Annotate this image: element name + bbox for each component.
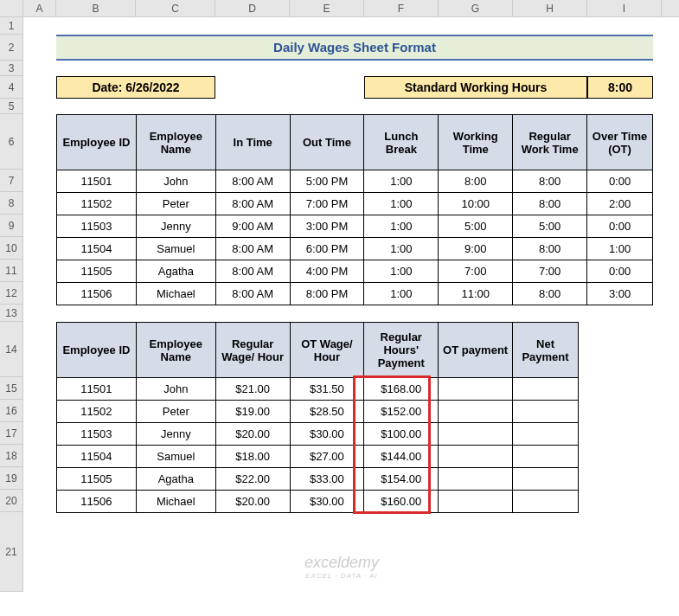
- row-header-11[interactable]: 11: [0, 260, 23, 282]
- col-header-D[interactable]: D: [215, 0, 290, 16]
- cell[interactable]: Michael: [136, 491, 215, 513]
- cell[interactable]: 11504: [57, 446, 137, 468]
- row-header-1[interactable]: 1: [0, 17, 23, 35]
- cell[interactable]: Samuel: [136, 238, 215, 260]
- cell[interactable]: [439, 491, 513, 513]
- col-header-A[interactable]: A: [23, 0, 56, 16]
- col-header-E[interactable]: E: [290, 0, 364, 16]
- cell[interactable]: 11505: [57, 260, 137, 283]
- cell[interactable]: 8:00: [439, 170, 513, 193]
- cell[interactable]: 10:00: [439, 193, 513, 215]
- row-header-18[interactable]: 18: [0, 445, 23, 467]
- cell[interactable]: $100.00: [364, 423, 439, 446]
- cell[interactable]: 11504: [57, 238, 137, 260]
- cell[interactable]: $154.00: [364, 468, 439, 491]
- row-header-12[interactable]: 12: [0, 282, 23, 305]
- cell[interactable]: [513, 446, 579, 468]
- cell[interactable]: $20.00: [215, 423, 290, 446]
- row-header-16[interactable]: 16: [0, 400, 23, 422]
- cell[interactable]: 7:00: [439, 260, 513, 283]
- row-header-5[interactable]: 5: [0, 99, 23, 114]
- cell[interactable]: $168.00: [364, 378, 439, 401]
- cell[interactable]: [513, 401, 579, 423]
- cell[interactable]: 5:00: [513, 215, 587, 238]
- cell[interactable]: 8:00: [513, 193, 587, 215]
- cell[interactable]: 7:00 PM: [290, 193, 364, 215]
- row-header-15[interactable]: 15: [0, 377, 23, 400]
- cell[interactable]: $31.50: [290, 378, 364, 401]
- cell[interactable]: Jenny: [136, 215, 215, 238]
- cell[interactable]: $144.00: [364, 446, 439, 468]
- cell[interactable]: 11502: [57, 401, 137, 423]
- cell[interactable]: Agatha: [136, 468, 215, 491]
- cell[interactable]: $20.00: [215, 491, 290, 513]
- cell[interactable]: [513, 423, 579, 446]
- cell[interactable]: 5:00: [439, 215, 513, 238]
- cell[interactable]: 11:00: [439, 283, 513, 305]
- cell[interactable]: 1:00: [364, 238, 439, 260]
- cell[interactable]: Jenny: [136, 423, 215, 446]
- cell[interactable]: Agatha: [136, 260, 215, 283]
- cell[interactable]: 6:00 PM: [290, 238, 364, 260]
- cell[interactable]: 11505: [57, 468, 137, 491]
- row-header-17[interactable]: 17: [0, 422, 23, 445]
- cell[interactable]: [513, 491, 579, 513]
- cell[interactable]: $160.00: [364, 491, 439, 513]
- cell[interactable]: Peter: [136, 193, 215, 215]
- cell[interactable]: 5:00 PM: [290, 170, 364, 193]
- cell[interactable]: 8:00: [513, 170, 587, 193]
- cell[interactable]: 3:00: [587, 283, 653, 305]
- cell[interactable]: 3:00 PM: [290, 215, 364, 238]
- row-header-10[interactable]: 10: [0, 237, 23, 260]
- cell[interactable]: 2:00: [587, 193, 653, 215]
- col-header-B[interactable]: B: [56, 0, 136, 16]
- cell[interactable]: 8:00 AM: [215, 238, 290, 260]
- col-header-C[interactable]: C: [136, 0, 215, 16]
- cell[interactable]: 11506: [57, 491, 137, 513]
- cell[interactable]: 1:00: [364, 260, 439, 283]
- cell[interactable]: 0:00: [587, 215, 653, 238]
- cell[interactable]: 8:00: [513, 238, 587, 260]
- cell[interactable]: [439, 401, 513, 423]
- cell[interactable]: 8:00 PM: [290, 283, 364, 305]
- cell[interactable]: 0:00: [587, 260, 653, 283]
- col-header-I[interactable]: I: [587, 0, 662, 16]
- cell[interactable]: 11506: [57, 283, 137, 305]
- cell[interactable]: $152.00: [364, 401, 439, 423]
- cell[interactable]: [439, 423, 513, 446]
- row-header-4[interactable]: 4: [0, 76, 23, 99]
- cell[interactable]: [439, 446, 513, 468]
- cell[interactable]: 1:00: [364, 170, 439, 193]
- cell[interactable]: $28.50: [290, 401, 364, 423]
- row-header-14[interactable]: 14: [0, 322, 23, 377]
- row-header-21[interactable]: 21: [0, 512, 23, 592]
- row-header-3[interactable]: 3: [0, 61, 23, 76]
- col-header-F[interactable]: F: [364, 0, 439, 16]
- col-header-H[interactable]: H: [513, 0, 587, 16]
- row-header-7[interactable]: 7: [0, 170, 23, 192]
- cell[interactable]: 11503: [57, 215, 137, 238]
- cell[interactable]: [439, 468, 513, 491]
- cell[interactable]: 1:00: [364, 193, 439, 215]
- cell[interactable]: 8:00: [513, 283, 587, 305]
- cell[interactable]: 9:00 AM: [215, 215, 290, 238]
- cell[interactable]: [439, 378, 513, 401]
- cell[interactable]: [513, 378, 579, 401]
- cell[interactable]: 7:00: [513, 260, 587, 283]
- cell[interactable]: $19.00: [215, 401, 290, 423]
- cell[interactable]: 8:00 AM: [215, 170, 290, 193]
- cell[interactable]: 11503: [57, 423, 137, 446]
- cell[interactable]: $27.00: [290, 446, 364, 468]
- cell[interactable]: 8:00 AM: [215, 260, 290, 283]
- cell[interactable]: John: [136, 170, 215, 193]
- cell[interactable]: Samuel: [136, 446, 215, 468]
- cell[interactable]: $30.00: [290, 423, 364, 446]
- cell[interactable]: $33.00: [290, 468, 364, 491]
- cell[interactable]: 1:00: [587, 238, 653, 260]
- row-header-2[interactable]: 2: [0, 35, 23, 61]
- row-header-6[interactable]: 6: [0, 114, 23, 170]
- cell[interactable]: 11501: [57, 378, 137, 401]
- cell[interactable]: $21.00: [215, 378, 290, 401]
- cell[interactable]: Peter: [136, 401, 215, 423]
- row-header-9[interactable]: 9: [0, 215, 23, 237]
